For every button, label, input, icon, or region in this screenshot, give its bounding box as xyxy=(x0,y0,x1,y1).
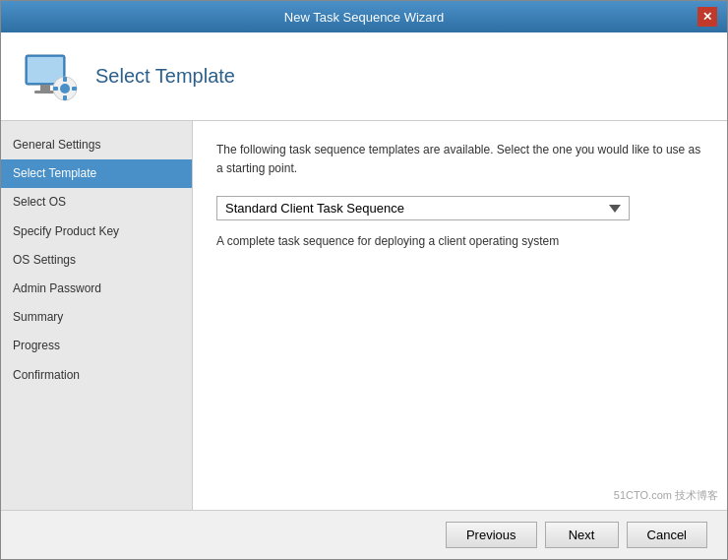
title-bar: New Task Sequence Wizard ✕ xyxy=(1,1,727,32)
svg-rect-8 xyxy=(53,87,58,91)
svg-rect-7 xyxy=(63,95,67,100)
template-dropdown-container: Standard Client Task SequenceStandard Cl… xyxy=(216,196,703,220)
main-panel: The following task sequence templates ar… xyxy=(193,121,727,510)
previous-button[interactable]: Previous xyxy=(446,522,537,548)
wizard-icon xyxy=(21,47,80,106)
sidebar-item-general-settings[interactable]: General Settings xyxy=(1,131,192,159)
sidebar-item-confirmation[interactable]: Confirmation xyxy=(1,361,192,390)
svg-rect-6 xyxy=(63,77,67,82)
sidebar-item-select-os[interactable]: Select OS xyxy=(1,188,192,217)
template-select[interactable]: Standard Client Task SequenceStandard Cl… xyxy=(216,196,630,220)
sidebar-item-summary[interactable]: Summary xyxy=(1,303,192,332)
header-title: Select Template xyxy=(95,65,235,88)
sidebar-item-admin-password[interactable]: Admin Password xyxy=(1,275,192,303)
sidebar: General SettingsSelect TemplateSelect OS… xyxy=(1,121,193,510)
wizard-window: New Task Sequence Wizard ✕ xyxy=(0,0,728,560)
sidebar-item-specify-product-key[interactable]: Specify Product Key xyxy=(1,218,192,246)
template-description: A complete task sequence for deploying a… xyxy=(216,234,703,248)
sidebar-item-select-template[interactable]: Select Template xyxy=(1,159,192,188)
cancel-button[interactable]: Cancel xyxy=(627,522,707,548)
next-button[interactable]: Next xyxy=(545,522,619,548)
sidebar-item-os-settings[interactable]: OS Settings xyxy=(1,246,192,275)
footer-area: Previous Next Cancel xyxy=(1,510,727,559)
svg-point-5 xyxy=(60,84,70,93)
svg-rect-2 xyxy=(40,85,50,91)
svg-rect-9 xyxy=(72,87,77,91)
close-button[interactable]: ✕ xyxy=(698,7,717,27)
svg-rect-3 xyxy=(34,91,56,93)
description-text: The following task sequence templates ar… xyxy=(216,141,703,178)
sidebar-item-progress[interactable]: Progress xyxy=(1,332,192,360)
window-title: New Task Sequence Wizard xyxy=(30,10,698,25)
header-area: Select Template xyxy=(1,32,727,121)
content-area: General SettingsSelect TemplateSelect OS… xyxy=(1,121,727,510)
